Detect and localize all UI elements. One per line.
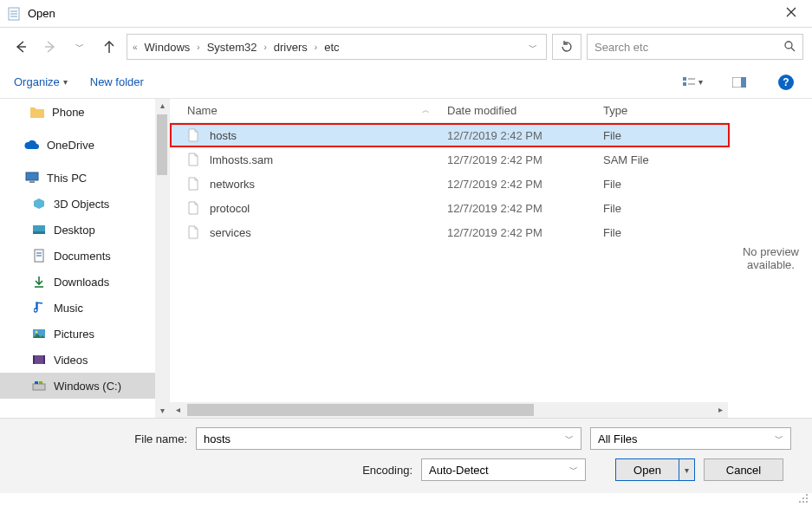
filename-label: File name:	[14, 432, 187, 445]
file-name: protocol	[210, 202, 250, 215]
tree-item-onedrive[interactable]: OneDrive	[0, 132, 169, 158]
close-button[interactable]	[777, 7, 805, 20]
organize-menu[interactable]: Organize ▾	[14, 75, 68, 88]
chevron-right-icon: ›	[315, 42, 317, 52]
encoding-label: Encoding:	[14, 464, 412, 477]
open-button[interactable]: Open ▾	[615, 458, 695, 481]
breadcrumb-drivers[interactable]: drivers	[274, 41, 308, 54]
sidebar-scrollbar[interactable]: ▴ ▾	[155, 99, 169, 418]
tree-item-desktop[interactable]: Desktop	[0, 217, 169, 243]
downloads-icon	[31, 274, 47, 289]
file-name: hosts	[210, 129, 237, 142]
file-date: 12/7/2019 2:42 PM	[447, 153, 603, 166]
preview-text: No preview available.	[735, 245, 807, 271]
file-type: File	[603, 129, 730, 142]
music-icon	[31, 300, 47, 315]
tree-item-documents[interactable]: Documents	[0, 243, 169, 269]
file-date: 12/7/2019 2:42 PM	[447, 129, 603, 142]
back-button[interactable]	[9, 35, 33, 59]
breadcrumb-windows[interactable]: Windows	[145, 41, 191, 54]
view-mode-button[interactable]: ▾	[680, 70, 705, 94]
svg-point-36	[799, 501, 801, 503]
chevron-down-icon: ▾	[63, 77, 68, 87]
file-type: SAM File	[603, 153, 730, 166]
file-row[interactable]: hosts12/7/2019 2:42 PMFile	[170, 123, 730, 147]
chevron-down-icon[interactable]: ﹀	[569, 464, 578, 476]
chevron-right-icon: ›	[197, 42, 199, 52]
file-icon	[187, 153, 201, 166]
file-filter-select[interactable]: All Files ﹀	[590, 427, 791, 450]
file-date: 12/7/2019 2:42 PM	[447, 202, 603, 215]
forward-button[interactable]	[38, 35, 62, 59]
help-button[interactable]: ?	[774, 70, 798, 94]
file-row[interactable]: services12/7/2019 2:42 PMFile	[170, 220, 730, 244]
scroll-up-arrow[interactable]: ▴	[155, 99, 169, 113]
h-scroll-thumb[interactable]	[187, 404, 534, 416]
svg-point-26	[36, 331, 38, 334]
breadcrumb-root-chevron[interactable]: «	[133, 42, 138, 52]
nav-row: ﹀ « Windows › System32 › drivers › etc ﹀…	[0, 28, 812, 66]
tree-item-windows-c[interactable]: Windows (C:)	[0, 373, 169, 399]
file-row[interactable]: lmhosts.sam12/7/2019 2:42 PMSAM File	[170, 147, 730, 172]
file-date: 12/7/2019 2:42 PM	[447, 226, 603, 239]
svg-point-34	[802, 497, 804, 499]
videos-icon	[31, 352, 47, 367]
tree-item-downloads[interactable]: Downloads	[0, 269, 169, 295]
svg-line-10	[791, 48, 795, 51]
refresh-button[interactable]	[552, 34, 581, 60]
svg-rect-12	[683, 82, 686, 86]
tree-item-phone[interactable]: Phone	[0, 99, 169, 125]
this-pc-icon	[24, 170, 40, 185]
scroll-thumb[interactable]	[157, 114, 167, 175]
tree-item-this-pc[interactable]: This PC	[0, 165, 169, 191]
3d-objects-icon	[31, 196, 47, 211]
resize-grip-icon[interactable]	[798, 493, 810, 505]
scroll-right-arrow[interactable]: ▸	[712, 402, 728, 418]
recent-dropdown[interactable]: ﹀	[68, 35, 92, 59]
file-rows: hosts12/7/2019 2:42 PMFilelmhosts.sam12/…	[170, 123, 730, 402]
tree-item-pictures[interactable]: Pictures	[0, 321, 169, 347]
pictures-icon	[31, 326, 47, 341]
preview-pane-toggle[interactable]	[727, 70, 751, 94]
drive-icon	[31, 378, 47, 393]
horizontal-scrollbar[interactable]: ◂ ▸	[170, 402, 728, 418]
file-date: 12/7/2019 2:42 PM	[447, 178, 603, 191]
breadcrumb-system32[interactable]: System32	[207, 41, 257, 54]
column-type[interactable]: Type	[603, 104, 730, 117]
tree-item-3d-objects[interactable]: 3D Objects	[0, 191, 169, 217]
column-name[interactable]: Name ︿	[170, 104, 447, 117]
file-icon	[187, 128, 201, 142]
navigation-tree: Phone OneDrive This PC 3D Objects Deskto…	[0, 99, 169, 418]
new-folder-button[interactable]: New folder	[90, 75, 144, 88]
chevron-down-icon[interactable]: ﹀	[565, 432, 574, 445]
file-row[interactable]: networks12/7/2019 2:42 PMFile	[170, 172, 730, 196]
svg-point-37	[802, 501, 804, 503]
filename-input[interactable]: hosts ﹀	[196, 427, 581, 450]
bottom-panel: File name: hosts ﹀ All Files ﹀ Encoding:…	[0, 418, 812, 493]
chevron-down-icon[interactable]: ﹀	[775, 432, 783, 445]
svg-rect-18	[29, 181, 35, 183]
tree-item-videos[interactable]: Videos	[0, 347, 169, 373]
file-icon	[187, 201, 201, 215]
breadcrumb-etc[interactable]: etc	[324, 41, 339, 54]
search-icon	[783, 40, 796, 55]
svg-rect-30	[33, 384, 45, 390]
address-dropdown[interactable]: ﹀	[525, 40, 541, 54]
search-input[interactable]: Search etc	[587, 34, 803, 60]
open-split-dropdown[interactable]: ▾	[679, 459, 694, 480]
svg-rect-27	[33, 355, 45, 364]
file-name: lmhosts.sam	[210, 153, 273, 166]
scroll-left-arrow[interactable]: ◂	[170, 402, 185, 418]
up-button[interactable]	[97, 35, 121, 59]
scroll-down-arrow[interactable]: ▾	[155, 404, 169, 418]
tree-item-music[interactable]: Music	[0, 295, 169, 321]
svg-rect-11	[683, 77, 686, 81]
address-bar[interactable]: « Windows › System32 › drivers › etc ﹀	[127, 34, 547, 60]
sort-indicator-icon: ︿	[422, 105, 430, 116]
encoding-select[interactable]: Auto-Detect ﹀	[421, 458, 586, 481]
titlebar: Open	[0, 0, 812, 28]
file-row[interactable]: protocol12/7/2019 2:42 PMFile	[170, 196, 730, 220]
window-title: Open	[28, 7, 55, 20]
cancel-button[interactable]: Cancel	[704, 458, 783, 481]
column-date[interactable]: Date modified	[447, 104, 603, 117]
